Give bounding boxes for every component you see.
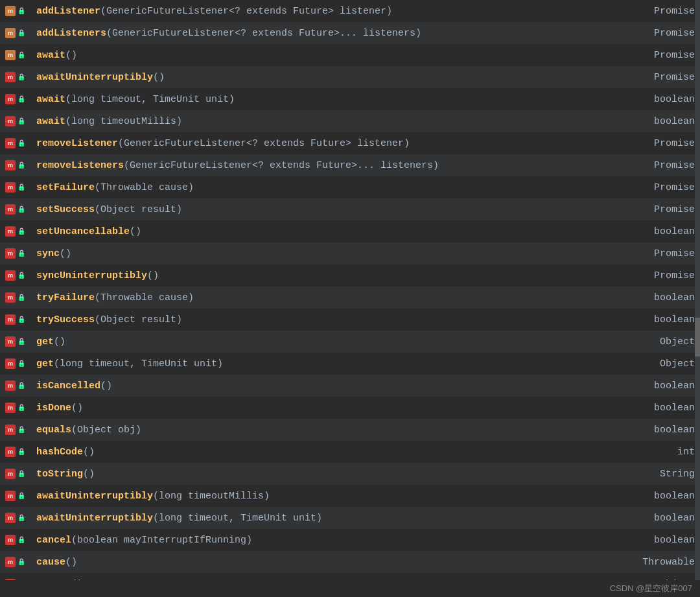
list-item[interactable]: m🔒trySuccess(Object result)boolean: [0, 309, 700, 331]
scrollbar-thumb[interactable]: [695, 318, 700, 357]
method-params: (): [153, 72, 165, 83]
return-type: boolean: [636, 513, 695, 524]
list-item[interactable]: m🔒get()Object: [0, 331, 700, 353]
method-icon: m: [5, 447, 16, 457]
list-item[interactable]: m🔒cancel(boolean mayInterruptIfRunning)b…: [0, 529, 700, 551]
method-params: (): [65, 557, 77, 568]
lock-icon: 🔒: [17, 95, 26, 104]
lock-icon: 🔒: [17, 161, 26, 170]
return-type: Object: [636, 358, 695, 369]
method-name: awaitUninterruptibly: [36, 72, 153, 83]
method-name: await: [36, 116, 65, 127]
return-type: Promise: [636, 72, 695, 83]
list-item[interactable]: m🔒await(long timeout, TimeUnit unit)bool…: [0, 88, 700, 110]
method-name: setUncancellable: [36, 226, 130, 237]
method-params: (): [83, 469, 95, 480]
list-item[interactable]: m🔒awaitUninterruptibly()Promise: [0, 66, 700, 88]
method-icon: m: [5, 116, 16, 126]
list-item[interactable]: m🔒setSuccess(Object result)Promise: [0, 198, 700, 220]
method-name: removeListener: [36, 138, 118, 149]
method-params: (Object result): [95, 204, 182, 215]
list-item[interactable]: m🔒cause()Throwable: [0, 551, 700, 573]
return-type: boolean: [636, 380, 695, 392]
method-name: toString: [36, 469, 83, 480]
return-type: Promise: [636, 204, 695, 215]
method-name: syncUninterruptibly: [36, 270, 147, 281]
return-type: boolean: [636, 226, 695, 237]
lock-icon: 🔒: [17, 469, 26, 478]
return-type: Promise: [636, 28, 695, 39]
list-item[interactable]: m🔒sync()Promise: [0, 242, 700, 264]
list-item[interactable]: m🔒removeListener(GenericFutureListener<?…: [0, 132, 700, 154]
method-params: (GenericFutureListener<? extends Future>…: [100, 6, 392, 17]
method-params: (): [147, 270, 159, 281]
list-item[interactable]: m🔒equals(Object obj)boolean: [0, 419, 700, 441]
return-type: boolean: [636, 314, 695, 325]
method-params: (long timeout, TimeUnit unit): [153, 513, 322, 524]
method-name: equals: [36, 425, 71, 436]
lock-icon: 🔒: [17, 535, 26, 544]
method-name: await: [36, 50, 65, 61]
return-type: boolean: [636, 403, 695, 414]
list-item[interactable]: m🔒awaitUninterruptibly(long timeout, Tim…: [0, 507, 700, 529]
method-name: get: [36, 358, 54, 369]
list-item[interactable]: m🔒isCancelled()boolean: [0, 375, 700, 397]
list-item[interactable]: m🔒tryFailure(Throwable cause)boolean: [0, 287, 700, 309]
lock-icon: 🔒: [17, 557, 26, 567]
method-params: (): [65, 50, 77, 61]
list-item[interactable]: m🔒addListeners(GenericFutureListener<? e…: [0, 22, 700, 44]
lock-icon: 🔒: [17, 51, 26, 60]
list-item[interactable]: m🔒removeListeners(GenericFutureListener<…: [0, 154, 700, 176]
lock-icon: 🔒: [17, 271, 26, 280]
method-params: (): [130, 226, 141, 237]
method-params: (GenericFutureListener<? extends Future>…: [106, 28, 421, 39]
lock-icon: 🔒: [17, 183, 26, 192]
method-icon: m: [5, 94, 16, 104]
method-params: (long timeout, TimeUnit unit): [65, 94, 235, 105]
list-item[interactable]: m🔒addListener(GenericFutureListener<? ex…: [0, 0, 700, 22]
method-icon: m: [5, 314, 16, 325]
return-type: Object: [636, 336, 695, 347]
list-item[interactable]: m🔒syncUninterruptibly()Promise: [0, 264, 700, 287]
return-type: Promise: [636, 160, 695, 171]
method-params: (): [100, 380, 112, 392]
method-icon: m: [5, 425, 16, 435]
method-icon: m: [5, 138, 16, 148]
lock-icon: 🔒: [17, 227, 26, 236]
method-name: setSuccess: [36, 204, 95, 215]
method-icon: m: [5, 50, 16, 60]
method-name: cause: [36, 557, 65, 568]
return-type: Promise: [636, 6, 695, 17]
method-name: trySuccess: [36, 314, 95, 325]
list-item[interactable]: m🔒await()Promise: [0, 44, 700, 66]
list-item[interactable]: m🔒setUncancellable()boolean: [0, 220, 700, 242]
method-params: (GenericFutureListener<? extends Future>…: [124, 160, 439, 171]
footer-text: CSDN @星空彼岸007: [610, 583, 692, 593]
method-name: awaitUninterruptibly: [36, 513, 153, 524]
method-list: m🔒addListener(GenericFutureListener<? ex…: [0, 0, 700, 597]
list-item[interactable]: m🔒hashCode()int: [0, 441, 700, 463]
method-params: (long timeout, TimeUnit unit): [54, 358, 223, 369]
method-icon: m: [5, 380, 16, 391]
list-item[interactable]: m🔒await(long timeoutMillis)boolean: [0, 110, 700, 132]
scrollbar-track[interactable]: [695, 0, 700, 583]
return-type: boolean: [636, 425, 695, 436]
lock-icon: 🔒: [17, 205, 26, 214]
method-icon: m: [5, 182, 16, 193]
list-item[interactable]: m🔒setFailure(Throwable cause)Promise: [0, 176, 700, 198]
lock-icon: 🔒: [17, 73, 26, 82]
lock-icon: 🔒: [17, 359, 26, 368]
method-icon: m: [5, 513, 16, 523]
method-name: removeListeners: [36, 160, 124, 171]
list-item[interactable]: m🔒toString()String: [0, 463, 700, 485]
list-item[interactable]: m🔒isDone()boolean: [0, 397, 700, 419]
list-item[interactable]: m🔒awaitUninterruptibly(long timeoutMilli…: [0, 485, 700, 507]
lock-icon: 🔒: [17, 29, 26, 38]
return-type: int: [636, 447, 695, 458]
method-name: addListener: [36, 6, 100, 17]
method-icon: m: [5, 336, 16, 347]
method-icon: m: [5, 403, 16, 413]
return-type: boolean: [636, 491, 695, 502]
return-type: Promise: [636, 270, 695, 281]
list-item[interactable]: m🔒get(long timeout, TimeUnit unit)Object: [0, 353, 700, 375]
